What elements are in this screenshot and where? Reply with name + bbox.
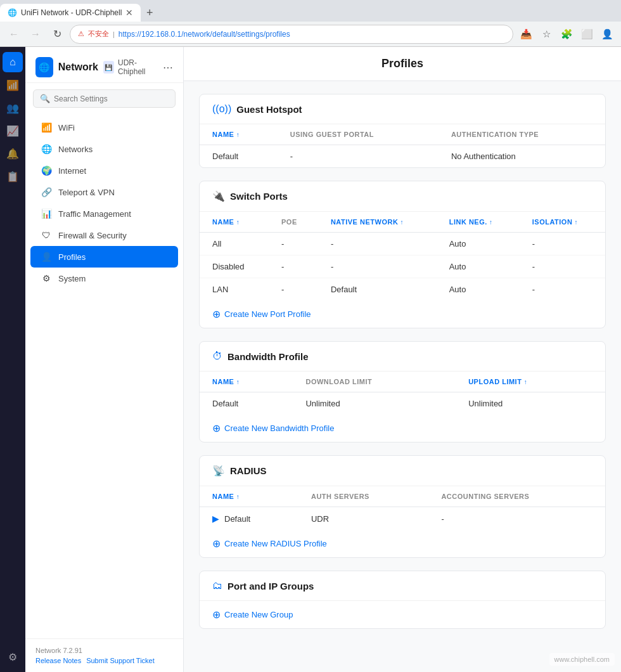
col-bw-name[interactable]: NAME	[200, 372, 293, 392]
tab-close-button[interactable]: ✕	[125, 8, 133, 18]
col-sp-name[interactable]: NAME	[200, 212, 269, 233]
table-row[interactable]: All - - Auto -	[200, 233, 605, 255]
sp-poe-cell: -	[269, 278, 318, 301]
search-input[interactable]	[54, 94, 169, 103]
col-isolation[interactable]: ISOLATION	[520, 212, 605, 233]
sidebar-header: 🌐 Network 💾 UDR-Chiphell ⋯	[25, 47, 183, 83]
radius-title: RADIUS	[230, 465, 267, 476]
profile-icon[interactable]: 👤	[598, 25, 616, 43]
guest-hotspot-section: ((o)) Guest Hotspot NAME USING GUEST POR…	[199, 94, 606, 168]
vpn-icon: 🔗	[41, 187, 52, 197]
sidebar-item-label-networks: Networks	[58, 145, 93, 154]
radius-auth-cell: UDR	[298, 507, 428, 531]
rail-icon-logs[interactable]: 📋	[3, 166, 23, 186]
browser-icon-group: 📥 ☆ 🧩 ⬜ 👤	[517, 25, 616, 43]
new-tab-button[interactable]: +	[141, 4, 158, 22]
sidebar-item-traffic-management[interactable]: 📊 Traffic Management	[30, 203, 178, 224]
sidebar-item-firewall-security[interactable]: 🛡 Firewall & Security	[30, 224, 178, 246]
table-row[interactable]: ▶ Default UDR -	[200, 507, 605, 531]
search-container: 🔍	[25, 83, 183, 114]
rail-icon-stats[interactable]: 📈	[3, 120, 23, 141]
create-group-button[interactable]: ⊕ Create New Group	[200, 601, 605, 628]
play-icon: ▶	[212, 514, 219, 524]
create-port-profile-button[interactable]: ⊕ Create New Port Profile	[200, 300, 605, 328]
col-link-neg[interactable]: LINK NEG.	[437, 212, 520, 233]
grid-apps-icon[interactable]: ⋯	[163, 61, 173, 74]
table-row[interactable]: Default - No Authentication	[200, 145, 605, 168]
watermark: www.chiphell.com	[549, 653, 615, 666]
support-ticket-link[interactable]: Submit Support Ticket	[86, 657, 155, 664]
radius-header-row: NAME AUTH SERVERS ACCOUNTING SERVERS	[200, 486, 605, 507]
browser-chrome: 🌐 UniFi Network - UDR-Chiphell ✕ + ← → ↻…	[0, 0, 621, 47]
tab-view-icon[interactable]: ⬜	[578, 25, 596, 43]
tab-bar: 🌐 UniFi Network - UDR-Chiphell ✕ +	[0, 0, 621, 22]
extensions-icon[interactable]: 🧩	[558, 25, 575, 43]
create-bandwidth-profile-button[interactable]: ⊕ Create New Bandwidth Profile	[200, 415, 605, 442]
col-native-network[interactable]: NATIVE NETWORK	[318, 212, 437, 233]
switch-ports-table: NAME POE NATIVE NETWORK LINK NEG. ISOLAT…	[200, 212, 605, 300]
tab-title: UniFi Network - UDR-Chiphell	[21, 8, 122, 17]
col-name[interactable]: NAME	[200, 124, 278, 145]
table-row[interactable]: Disabled - - Auto -	[200, 255, 605, 278]
guest-hotspot-header: ((o)) Guest Hotspot	[200, 94, 605, 124]
sidebar-item-label-system: System	[58, 274, 86, 283]
release-notes-link[interactable]: Release Notes	[35, 657, 81, 664]
sidebar-item-wifi[interactable]: 📶 WiFi	[30, 117, 178, 138]
guest-name-cell: Default	[200, 145, 278, 168]
sidebar-item-profiles[interactable]: 👤 Profiles	[30, 246, 178, 268]
bookmark-icon[interactable]: ☆	[537, 25, 555, 43]
back-button[interactable]: ←	[5, 25, 23, 43]
search-box[interactable]: 🔍	[33, 89, 176, 108]
col-upload-limit[interactable]: UPLOAD LIMIT	[456, 372, 605, 392]
col-radius-name[interactable]: NAME	[200, 486, 298, 507]
table-row[interactable]: Default Unlimited Unlimited	[200, 392, 605, 415]
sp-isolation-cell: -	[520, 278, 605, 301]
sidebar-item-system[interactable]: ⚙ System	[30, 268, 178, 289]
bandwidth-profile-header: ⏱ Bandwidth Profile	[200, 342, 605, 372]
sp-poe-cell: -	[269, 233, 318, 255]
version-text: Network 7.2.91	[35, 647, 173, 654]
col-poe: POE	[269, 212, 318, 233]
sp-native-cell: -	[318, 255, 437, 278]
sidebar-item-networks[interactable]: 🌐 Networks	[30, 138, 178, 160]
forward-button[interactable]: →	[27, 25, 44, 43]
bw-upload-cell: Unlimited	[456, 392, 605, 415]
sp-isolation-cell: -	[520, 233, 605, 255]
sp-linkneg-cell: Auto	[437, 255, 520, 278]
sp-native-cell: -	[318, 233, 437, 255]
sidebar-item-internet[interactable]: 🌍 Internet	[30, 160, 178, 181]
reload-button[interactable]: ↻	[48, 25, 66, 43]
bandwidth-header-row: NAME DOWNLOAD LIMIT UPLOAD LIMIT	[200, 372, 605, 392]
internet-icon: 🌍	[41, 165, 52, 176]
rail-icon-home[interactable]: ⌂	[3, 52, 23, 72]
radius-header: 📡 RADIUS	[200, 456, 605, 486]
rail-icon-clients[interactable]: 👥	[3, 98, 23, 118]
create-radius-profile-button[interactable]: ⊕ Create New RADIUS Profile	[200, 530, 605, 557]
nav-links: Release Notes Submit Support Ticket	[35, 657, 173, 664]
sidebar-item-label-profiles: Profiles	[58, 252, 86, 262]
sp-linkneg-cell: Auto	[437, 233, 520, 255]
sidebar-item-label-firewall: Firewall & Security	[58, 231, 127, 240]
rail-icon-alerts[interactable]: 🔔	[3, 143, 23, 164]
sp-isolation-cell: -	[520, 255, 605, 278]
sp-native-cell: Default	[318, 278, 437, 301]
plus-icon: ⊕	[212, 422, 221, 434]
switch-ports-section: 🔌 Switch Ports NAME POE NATIVE NETWORK L…	[199, 181, 606, 328]
col-download-limit: DOWNLOAD LIMIT	[293, 372, 456, 392]
separator: |	[113, 30, 115, 38]
sidebar-item-label-internet: Internet	[58, 166, 86, 176]
browser-tab[interactable]: 🌐 UniFi Network - UDR-Chiphell ✕	[0, 4, 141, 22]
table-row[interactable]: LAN - Default Auto -	[200, 278, 605, 301]
bandwidth-table: NAME DOWNLOAD LIMIT UPLOAD LIMIT Default…	[200, 372, 605, 415]
system-icon: ⚙	[41, 273, 52, 283]
firewall-icon: 🛡	[41, 230, 52, 240]
rail-icon-settings[interactable]: ⚙	[3, 647, 23, 667]
create-bandwidth-label: Create New Bandwidth Profile	[224, 423, 334, 433]
rail-icon-wifi[interactable]: 📶	[3, 75, 23, 95]
switch-ports-header-row: NAME POE NATIVE NETWORK LINK NEG. ISOLAT…	[200, 212, 605, 233]
save-page-icon[interactable]: 📥	[517, 25, 535, 43]
bandwidth-profile-section: ⏱ Bandwidth Profile NAME DOWNLOAD LIMIT …	[199, 341, 606, 443]
address-bar[interactable]: ⚠ 不安全 | https://192.168.0.1/network/defa…	[70, 25, 513, 44]
sidebar-item-teleport-vpn[interactable]: 🔗 Teleport & VPN	[30, 181, 178, 203]
guest-auth-cell: No Authentication	[439, 145, 605, 168]
